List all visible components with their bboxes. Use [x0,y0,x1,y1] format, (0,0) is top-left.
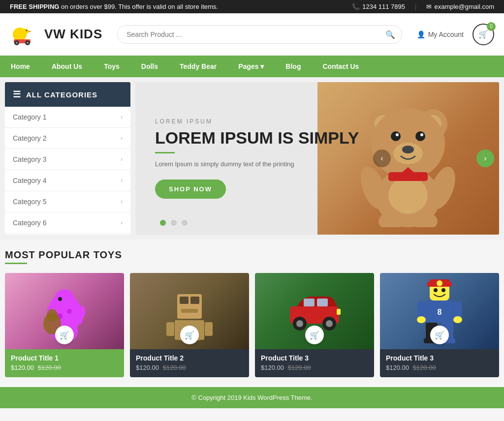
account-icon: 👤 [417,30,425,38]
product-info-4: Product Title 3 $120.00 $120.00 [380,349,499,377]
product-info-3: Product Title 3 $120.00 $120.00 [255,349,374,377]
email-icon: ✉ [426,3,432,10]
product-card-2[interactable]: 🛒 Product Title 2 $120.00 $120.00 [130,273,249,377]
svg-point-55 [326,320,333,327]
product-card-1[interactable]: 🛒 Product Title 1 $120.00 $120.00 [5,273,124,377]
category-label-4: Category 4 [13,177,46,184]
svg-point-30 [58,297,62,301]
product-price-4: $120.00 $120.00 [386,364,493,371]
category-label-6: Category 6 [13,219,46,227]
chevron-right-icon: › [121,198,123,205]
svg-point-59 [441,288,445,292]
nav-item-toys[interactable]: Toys [93,56,130,77]
sidebar-item-cat2[interactable]: Category 2 › [5,128,130,149]
nav-item-home[interactable]: Home [0,56,41,77]
svg-point-16 [396,133,399,136]
svg-point-39 [47,309,58,322]
nav-item-dolls[interactable]: Dolls [130,56,169,77]
svg-point-53 [296,320,303,327]
product-title-2: Product Title 2 [136,354,243,362]
account-label: My Account [428,30,464,38]
shipping-bold: FREE SHIPPING [10,3,59,10]
phone-number: 1234 111 7895 [362,3,405,10]
main-nav: Home About Us Toys Dolls Teddy Bear Page… [0,56,504,77]
email-info: ✉ example@gmail.com [426,3,494,10]
shipping-notice: FREE SHIPPING on orders over $99. This o… [10,3,218,10]
nav-item-contact[interactable]: Contact Us [312,56,370,77]
top-bar: FREE SHIPPING on orders over $99. This o… [0,0,504,13]
svg-point-72 [437,280,442,286]
hero-slider: Lorem Ipsum Lorem Ipsum Is Simply Lorem … [135,82,499,235]
hero-prev-button[interactable]: ‹ [373,150,391,167]
svg-marker-2 [29,30,32,32]
category-label-1: Category 1 [13,113,46,121]
add-to-cart-button-2[interactable]: 🛒 [180,326,199,344]
toy-car-illustration [285,292,344,331]
logo-duck-icon [10,21,39,48]
section-underline [5,263,27,264]
sidebar-header: ☰ All Categories [5,82,130,107]
product-price-1: $120.00 $120.00 [11,364,118,371]
chevron-right-icon: › [121,135,123,142]
add-to-cart-button-1[interactable]: 🛒 [55,326,74,344]
product-image-2: 🛒 [130,273,249,349]
product-card-4[interactable]: 8 🛒 Pr [380,273,499,377]
dot-3[interactable] [182,220,188,226]
search-input[interactable] [117,25,402,44]
svg-rect-26 [388,172,428,181]
nav-item-teddy[interactable]: Teddy Bear [169,56,227,77]
sidebar-item-cat6[interactable]: Category 6 › [5,212,130,234]
my-account-button[interactable]: 👤 My Account [417,30,464,38]
cart-button[interactable]: 🛒 0 [472,24,494,45]
svg-point-6 [16,42,18,44]
nav-item-blog[interactable]: Blog [275,56,312,77]
sidebar-item-cat3[interactable]: Category 3 › [5,149,130,170]
sidebar-item-cat4[interactable]: Category 4 › [5,170,130,191]
search-bar[interactable]: 🔍 [117,25,402,44]
nav-item-pages[interactable]: Pages ▾ [227,56,275,77]
email-address: example@gmail.com [434,3,494,10]
product-image-3: 🛒 [255,273,374,349]
svg-rect-56 [337,309,341,315]
chevron-right-icon: › [121,219,123,226]
dot-1[interactable] [160,220,166,226]
hero-divider [155,152,175,153]
nav-item-about[interactable]: About Us [41,56,93,77]
svg-rect-43 [181,309,198,313]
search-icon: 🔍 [385,30,395,39]
svg-rect-50 [304,299,315,306]
chevron-right-icon: › [121,114,123,120]
sidebar-item-cat1[interactable]: Category 1 › [5,107,130,128]
main-content: ☰ All Categories Category 1 › Category 2… [0,77,504,240]
phone-icon: 📞 [352,3,360,10]
svg-point-67 [453,316,462,323]
header: VW KIDS 🔍 👤 My Account 🛒 0 [0,13,504,56]
svg-point-19 [402,146,414,153]
svg-rect-41 [180,297,189,304]
svg-point-33 [67,309,72,314]
add-to-cart-button-3[interactable]: 🛒 [305,326,324,344]
product-price-3: $120.00 $120.00 [261,364,368,371]
svg-rect-46 [205,322,213,336]
hero-next-button[interactable]: › [476,150,494,167]
sidebar: ☰ All Categories Category 1 › Category 2… [5,82,130,235]
svg-point-8 [27,42,29,44]
shop-now-button[interactable]: Shop Now [155,180,226,199]
product-image-4: 8 🛒 [380,273,499,349]
hero-dots [160,220,188,226]
sidebar-item-cat5[interactable]: Category 5 › [5,191,130,212]
hero-title: Lorem Ipsum Is Simply [155,129,359,147]
product-title-3: Product Title 3 [261,354,368,362]
dot-2[interactable] [171,220,177,226]
svg-rect-42 [190,297,199,304]
logo: VW KIDS [10,21,102,48]
svg-point-58 [434,288,438,292]
add-to-cart-button-4[interactable]: 🛒 [430,326,449,344]
product-card-3[interactable]: 🛒 Product Title 3 $120.00 $120.00 [255,273,374,377]
menu-icon: ☰ [13,89,21,100]
category-label-2: Category 2 [13,134,46,142]
footer-text: © Copyright 2019 Kids WordPress Theme. [191,394,312,401]
svg-rect-45 [166,322,174,336]
footer: © Copyright 2019 Kids WordPress Theme. [0,387,504,408]
svg-point-14 [391,131,401,141]
